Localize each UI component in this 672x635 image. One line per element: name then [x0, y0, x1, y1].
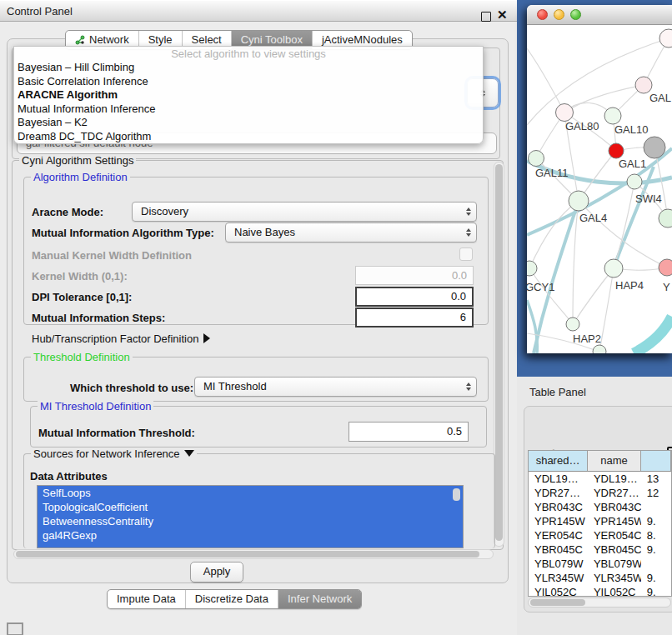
node-attribute-table[interactable]: shared…name YDL19…YDL19…13YDR27…YDR27…12…	[528, 450, 672, 597]
table-cell: 9.	[641, 571, 671, 585]
network-node-gal10[interactable]	[604, 108, 621, 124]
float-panel-icon[interactable]	[481, 12, 491, 22]
mi-algorithm-type-label: Mutual Information Algorithm Type:	[32, 227, 214, 239]
table-cell: YLR345W	[588, 571, 641, 585]
table-column-header[interactable]	[641, 451, 671, 471]
collapse-down-icon	[184, 450, 194, 457]
manual-kernel-checkbox[interactable]	[459, 248, 473, 261]
network-window-titlebar[interactable]	[527, 5, 672, 25]
network-node-gcy1[interactable]	[527, 261, 537, 276]
scrollbar-thumb[interactable]	[16, 551, 479, 558]
scrollbar-thumb[interactable]	[495, 164, 503, 541]
network-node-label: GAL1	[619, 158, 646, 170]
network-node-label: GAL	[649, 92, 671, 104]
mi-algorithm-type-combo[interactable]: Naive Bayes	[225, 222, 477, 242]
network-node-hap4[interactable]	[604, 259, 623, 278]
algorithm-option[interactable]: Bayesian – Hill Climbing	[14, 61, 483, 75]
network-node[interactable]	[644, 137, 665, 158]
network-node-gal11[interactable]	[529, 151, 544, 167]
manual-kernel-label: Manual Kernel Width Definition	[32, 249, 192, 262]
network-node-label: HAP2	[573, 332, 601, 345]
apply-button[interactable]: Apply	[190, 562, 243, 582]
network-node[interactable]	[659, 209, 672, 228]
data-attribute-item[interactable]: gal4RGexp	[38, 528, 463, 542]
network-node-gal1[interactable]	[609, 143, 624, 158]
aracne-mode-label: Aracne Mode:	[32, 206, 103, 218]
table-row[interactable]: YER054CYER054C8.	[529, 528, 671, 542]
table-cell: 13	[641, 472, 671, 486]
minimized-panel-icon[interactable]	[7, 622, 23, 635]
table-column-header[interactable]: name	[588, 451, 641, 471]
table-row[interactable]: YBR043CYBR043C	[529, 500, 671, 514]
minimize-traffic-light[interactable]	[554, 9, 564, 20]
table-cell: YIL052C	[529, 585, 588, 597]
table-column-header[interactable]: shared…	[529, 451, 588, 471]
table-horizontal-scrollbar[interactable]	[528, 598, 671, 608]
network-node[interactable]	[659, 29, 672, 48]
tab-infer-network[interactable]: Infer Network	[278, 590, 361, 608]
table-cell: YBR045C	[529, 542, 588, 557]
table-cell: YBR043C	[588, 500, 641, 514]
algorithm-option[interactable]: Basic Correlation Inference	[14, 75, 483, 89]
table-row[interactable]: YDL19…YDL19…13	[529, 472, 671, 486]
table-row[interactable]: YPR145WYPR145W9.	[529, 514, 671, 528]
close-panel-icon[interactable]: ✕	[497, 8, 508, 22]
algorithm-option-list: Bayesian – Hill ClimbingBasic Correlatio…	[14, 61, 483, 144]
data-attributes-label: Data Attributes	[30, 470, 108, 482]
table-row[interactable]: YBR045CYBR045C9.	[529, 542, 671, 557]
mi-threshold-field[interactable]: 0.5	[349, 422, 469, 442]
table-row[interactable]: YBL079WYBL079W	[529, 557, 671, 571]
algorithm-option[interactable]: ARACNE Algorithm	[14, 88, 483, 102]
zoom-traffic-light[interactable]	[570, 9, 581, 20]
scrollbar-thumb[interactable]	[530, 599, 585, 606]
table-cell: YER054C	[529, 528, 588, 542]
network-node-swi4[interactable]	[627, 174, 642, 189]
table-cell: 12	[641, 486, 671, 500]
table-row[interactable]: YIL052CYIL052C9.	[529, 585, 671, 597]
network-node-labels: GALGAL80GAL10GAL1GAL11GAL4SWI4GCY1HAP4YH…	[527, 92, 671, 345]
algorithm-dropdown-popup: Select algorithm to view settings Bayesi…	[13, 46, 484, 144]
which-threshold-combo[interactable]: MI Threshold	[194, 377, 477, 397]
network-node-label: GAL80	[565, 120, 599, 132]
network-node-gal[interactable]	[635, 77, 652, 93]
network-node-gal80[interactable]	[556, 104, 574, 122]
table-cell: YER054C	[588, 528, 641, 542]
tab-discretize-data[interactable]: Discretize Data	[185, 590, 278, 608]
hub-definition-toggle[interactable]: Hub/Transcription Factor Definition	[32, 332, 210, 345]
list-scrollbar-thumb[interactable]	[453, 488, 460, 501]
network-node-label: GAL4	[579, 212, 607, 224]
tab-impute-data[interactable]: Impute Data	[108, 590, 185, 608]
network-node-label: GAL10	[614, 123, 648, 136]
table-cell: 9.	[641, 514, 671, 528]
network-node-gal4[interactable]	[569, 191, 589, 211]
cyni-bottom-tabbar: Impute Data Discretize Data Infer Networ…	[107, 589, 362, 609]
table-cell	[641, 500, 671, 514]
network-nodes[interactable]	[527, 29, 672, 353]
algorithm-option[interactable]: Mutual Information Inference	[14, 102, 483, 117]
data-attributes-list[interactable]: SelfLoopsTopologicalCoefficientBetweenne…	[37, 485, 464, 548]
close-traffic-light[interactable]	[537, 9, 548, 20]
aracne-mode-combo[interactable]: Discovery	[132, 202, 477, 222]
data-attribute-item[interactable]: BetweennessCentrality	[38, 514, 463, 528]
settings-horizontal-scrollbar[interactable]	[13, 549, 494, 559]
table-row[interactable]: YDR27…YDR27…12	[529, 486, 671, 500]
table-row[interactable]: YLR345WYLR345W9.	[529, 571, 671, 585]
network-node-label: HAP4	[615, 279, 644, 292]
data-attribute-item[interactable]: SelfLoops	[38, 486, 463, 500]
dpi-tolerance-field[interactable]: 0.0	[355, 287, 474, 307]
sources-title[interactable]: Sources for Network Inference	[31, 448, 197, 460]
table-panel-title: Table Panel	[529, 386, 586, 398]
data-attribute-item[interactable]: TopologicalCoefficient	[38, 500, 463, 514]
network-node-hap2[interactable]	[566, 318, 579, 331]
kernel-width-field[interactable]: 0.0	[355, 266, 474, 285]
algorithm-option[interactable]: Dream8 DC_TDC Algorithm	[14, 130, 483, 144]
mi-steps-field[interactable]: 6	[355, 308, 474, 328]
network-node[interactable]	[593, 345, 606, 353]
network-icon	[75, 35, 85, 45]
dpi-tolerance-label: DPI Tolerance [0,1]:	[32, 291, 132, 303]
algorithm-option[interactable]: Bayesian – K2	[14, 116, 483, 130]
table-cell: 9.	[641, 585, 671, 597]
network-node-y[interactable]	[659, 259, 672, 276]
network-canvas[interactable]: GALGAL80GAL10GAL1GAL11GAL4SWI4GCY1HAP4YH…	[527, 25, 672, 353]
table-cell: 8.	[641, 528, 671, 542]
